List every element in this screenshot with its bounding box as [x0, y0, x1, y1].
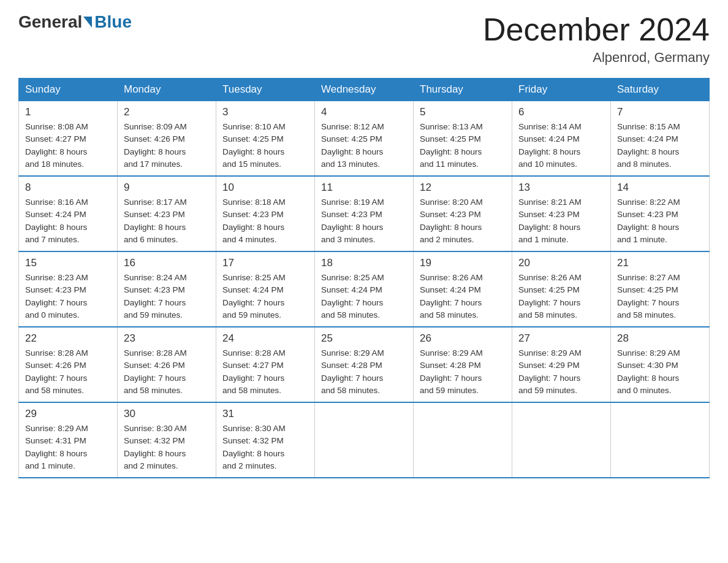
table-row: 23Sunrise: 8:28 AMSunset: 4:26 PMDayligh… — [118, 327, 216, 402]
day-number: 10 — [222, 182, 308, 194]
day-number: 15 — [25, 257, 111, 269]
day-number: 28 — [617, 332, 703, 345]
table-row: 19Sunrise: 8:26 AMSunset: 4:24 PMDayligh… — [414, 251, 512, 327]
day-number: 1 — [25, 106, 111, 118]
table-row: 21Sunrise: 8:27 AMSunset: 4:25 PMDayligh… — [611, 251, 710, 327]
location-subtitle: Alpenrod, Germany — [483, 50, 710, 66]
day-number: 5 — [420, 106, 506, 118]
empty-cell — [512, 402, 611, 478]
day-info: Sunrise: 8:09 AMSunset: 4:26 PMDaylight:… — [124, 121, 210, 170]
col-tuesday: Tuesday — [216, 79, 315, 101]
calendar-table: Sunday Monday Tuesday Wednesday Thursday… — [18, 78, 710, 478]
day-info: Sunrise: 8:23 AMSunset: 4:23 PMDaylight:… — [25, 272, 111, 321]
day-info: Sunrise: 8:27 AMSunset: 4:25 PMDaylight:… — [617, 272, 703, 321]
day-info: Sunrise: 8:10 AMSunset: 4:25 PMDaylight:… — [222, 121, 308, 170]
table-row: 2Sunrise: 8:09 AMSunset: 4:26 PMDaylight… — [118, 101, 216, 177]
day-number: 4 — [321, 106, 407, 118]
day-number: 27 — [518, 332, 604, 345]
logo-general-text: General — [18, 12, 82, 32]
day-number: 6 — [518, 106, 604, 118]
table-row: 8Sunrise: 8:16 AMSunset: 4:24 PMDaylight… — [19, 176, 118, 251]
day-info: Sunrise: 8:29 AMSunset: 4:28 PMDaylight:… — [321, 347, 407, 397]
calendar-week-5: 29Sunrise: 8:29 AMSunset: 4:31 PMDayligh… — [19, 402, 710, 478]
calendar-week-4: 22Sunrise: 8:28 AMSunset: 4:26 PMDayligh… — [19, 327, 710, 402]
day-number: 22 — [25, 332, 111, 345]
logo-blue-text: Blue — [94, 12, 132, 32]
table-row: 30Sunrise: 8:30 AMSunset: 4:32 PMDayligh… — [118, 402, 216, 478]
table-row: 17Sunrise: 8:25 AMSunset: 4:24 PMDayligh… — [216, 251, 315, 327]
table-row: 26Sunrise: 8:29 AMSunset: 4:28 PMDayligh… — [414, 327, 512, 402]
table-row: 5Sunrise: 8:13 AMSunset: 4:25 PMDaylight… — [414, 101, 512, 177]
day-info: Sunrise: 8:29 AMSunset: 4:30 PMDaylight:… — [617, 347, 703, 397]
day-number: 24 — [222, 332, 308, 345]
day-number: 17 — [222, 257, 308, 269]
title-section: December 2024 Alpenrod, Germany — [483, 12, 710, 66]
table-row: 13Sunrise: 8:21 AMSunset: 4:23 PMDayligh… — [512, 176, 611, 251]
day-info: Sunrise: 8:18 AMSunset: 4:23 PMDaylight:… — [222, 196, 308, 246]
col-saturday: Saturday — [611, 79, 710, 101]
day-info: Sunrise: 8:26 AMSunset: 4:25 PMDaylight:… — [518, 272, 604, 321]
logo-arrow-icon — [83, 17, 92, 28]
day-info: Sunrise: 8:22 AMSunset: 4:23 PMDaylight:… — [617, 196, 703, 246]
table-row: 15Sunrise: 8:23 AMSunset: 4:23 PMDayligh… — [19, 251, 118, 327]
day-number: 14 — [617, 182, 703, 194]
day-number: 20 — [518, 257, 604, 269]
table-row: 20Sunrise: 8:26 AMSunset: 4:25 PMDayligh… — [512, 251, 611, 327]
day-info: Sunrise: 8:14 AMSunset: 4:24 PMDaylight:… — [518, 121, 604, 170]
empty-cell — [414, 402, 512, 478]
table-row: 18Sunrise: 8:25 AMSunset: 4:24 PMDayligh… — [315, 251, 414, 327]
day-info: Sunrise: 8:20 AMSunset: 4:23 PMDaylight:… — [420, 196, 506, 246]
calendar-week-2: 8Sunrise: 8:16 AMSunset: 4:24 PMDaylight… — [19, 176, 710, 251]
day-info: Sunrise: 8:12 AMSunset: 4:25 PMDaylight:… — [321, 121, 407, 170]
day-number: 9 — [124, 182, 210, 194]
table-row: 12Sunrise: 8:20 AMSunset: 4:23 PMDayligh… — [414, 176, 512, 251]
table-row: 28Sunrise: 8:29 AMSunset: 4:30 PMDayligh… — [611, 327, 710, 402]
day-info: Sunrise: 8:24 AMSunset: 4:23 PMDaylight:… — [124, 272, 210, 321]
day-number: 23 — [124, 332, 210, 345]
day-number: 21 — [617, 257, 703, 269]
table-row: 25Sunrise: 8:29 AMSunset: 4:28 PMDayligh… — [315, 327, 414, 402]
empty-cell — [315, 402, 414, 478]
calendar-week-3: 15Sunrise: 8:23 AMSunset: 4:23 PMDayligh… — [19, 251, 710, 327]
day-info: Sunrise: 8:17 AMSunset: 4:23 PMDaylight:… — [124, 196, 210, 246]
table-row: 1Sunrise: 8:08 AMSunset: 4:27 PMDaylight… — [19, 101, 118, 177]
day-info: Sunrise: 8:16 AMSunset: 4:24 PMDaylight:… — [25, 196, 111, 246]
day-number: 13 — [518, 182, 604, 194]
day-info: Sunrise: 8:08 AMSunset: 4:27 PMDaylight:… — [25, 121, 111, 170]
empty-cell — [611, 402, 710, 478]
day-info: Sunrise: 8:29 AMSunset: 4:28 PMDaylight:… — [420, 347, 506, 397]
day-number: 31 — [222, 408, 308, 420]
table-row: 14Sunrise: 8:22 AMSunset: 4:23 PMDayligh… — [611, 176, 710, 251]
day-info: Sunrise: 8:28 AMSunset: 4:26 PMDaylight:… — [124, 347, 210, 397]
table-row: 24Sunrise: 8:28 AMSunset: 4:27 PMDayligh… — [216, 327, 315, 402]
table-row: 6Sunrise: 8:14 AMSunset: 4:24 PMDaylight… — [512, 101, 611, 177]
day-info: Sunrise: 8:13 AMSunset: 4:25 PMDaylight:… — [420, 121, 506, 170]
logo: General Blue — [18, 12, 132, 32]
day-number: 30 — [124, 408, 210, 420]
col-sunday: Sunday — [19, 79, 118, 101]
page-header: General Blue December 2024 Alpenrod, Ger… — [18, 12, 710, 66]
day-number: 12 — [420, 182, 506, 194]
day-info: Sunrise: 8:29 AMSunset: 4:31 PMDaylight:… — [25, 423, 111, 472]
day-info: Sunrise: 8:28 AMSunset: 4:26 PMDaylight:… — [25, 347, 111, 397]
table-row: 11Sunrise: 8:19 AMSunset: 4:23 PMDayligh… — [315, 176, 414, 251]
table-row: 31Sunrise: 8:30 AMSunset: 4:32 PMDayligh… — [216, 402, 315, 478]
day-info: Sunrise: 8:25 AMSunset: 4:24 PMDaylight:… — [321, 272, 407, 321]
day-info: Sunrise: 8:28 AMSunset: 4:27 PMDaylight:… — [222, 347, 308, 397]
day-info: Sunrise: 8:26 AMSunset: 4:24 PMDaylight:… — [420, 272, 506, 321]
month-title: December 2024 — [483, 12, 710, 47]
day-number: 19 — [420, 257, 506, 269]
table-row: 22Sunrise: 8:28 AMSunset: 4:26 PMDayligh… — [19, 327, 118, 402]
table-row: 9Sunrise: 8:17 AMSunset: 4:23 PMDaylight… — [118, 176, 216, 251]
day-info: Sunrise: 8:30 AMSunset: 4:32 PMDaylight:… — [124, 423, 210, 472]
day-info: Sunrise: 8:15 AMSunset: 4:24 PMDaylight:… — [617, 121, 703, 170]
calendar-header-row: Sunday Monday Tuesday Wednesday Thursday… — [19, 79, 710, 101]
col-friday: Friday — [512, 79, 611, 101]
table-row: 27Sunrise: 8:29 AMSunset: 4:29 PMDayligh… — [512, 327, 611, 402]
day-info: Sunrise: 8:30 AMSunset: 4:32 PMDaylight:… — [222, 423, 308, 472]
day-number: 2 — [124, 106, 210, 118]
table-row: 3Sunrise: 8:10 AMSunset: 4:25 PMDaylight… — [216, 101, 315, 177]
table-row: 4Sunrise: 8:12 AMSunset: 4:25 PMDaylight… — [315, 101, 414, 177]
table-row: 10Sunrise: 8:18 AMSunset: 4:23 PMDayligh… — [216, 176, 315, 251]
day-number: 25 — [321, 332, 407, 345]
